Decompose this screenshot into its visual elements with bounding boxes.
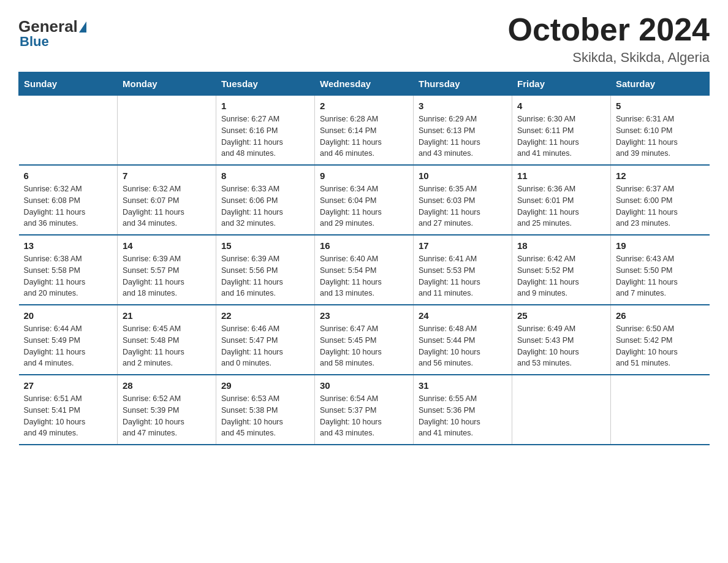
day-info: Sunrise: 6:51 AM Sunset: 5:41 PM Dayligh… xyxy=(24,393,113,439)
calendar-cell: 10Sunrise: 6:35 AM Sunset: 6:03 PM Dayli… xyxy=(414,165,512,235)
week-row-4: 20Sunrise: 6:44 AM Sunset: 5:49 PM Dayli… xyxy=(19,305,710,375)
day-number: 21 xyxy=(123,310,211,321)
day-info: Sunrise: 6:29 AM Sunset: 6:13 PM Dayligh… xyxy=(419,113,507,159)
day-info: Sunrise: 6:46 AM Sunset: 5:47 PM Dayligh… xyxy=(221,323,309,369)
day-info: Sunrise: 6:43 AM Sunset: 5:50 PM Dayligh… xyxy=(616,253,705,299)
day-info: Sunrise: 6:54 AM Sunset: 5:37 PM Dayligh… xyxy=(320,393,408,439)
day-number: 7 xyxy=(123,170,211,181)
week-row-3: 13Sunrise: 6:38 AM Sunset: 5:58 PM Dayli… xyxy=(19,235,710,305)
day-number: 31 xyxy=(419,380,507,391)
day-number: 18 xyxy=(517,240,605,251)
day-info: Sunrise: 6:32 AM Sunset: 6:08 PM Dayligh… xyxy=(24,183,113,229)
day-number: 16 xyxy=(320,240,408,251)
day-number: 23 xyxy=(320,310,408,321)
header-day-friday: Friday xyxy=(512,72,611,96)
day-info: Sunrise: 6:48 AM Sunset: 5:44 PM Dayligh… xyxy=(419,323,507,369)
day-number: 22 xyxy=(221,310,309,321)
day-info: Sunrise: 6:53 AM Sunset: 5:38 PM Dayligh… xyxy=(221,393,309,439)
day-number: 26 xyxy=(616,310,705,321)
calendar-cell: 4Sunrise: 6:30 AM Sunset: 6:11 PM Daylig… xyxy=(512,96,611,166)
calendar-cell: 25Sunrise: 6:49 AM Sunset: 5:43 PM Dayli… xyxy=(512,305,611,375)
calendar-cell: 31Sunrise: 6:55 AM Sunset: 5:36 PM Dayli… xyxy=(414,375,512,445)
day-number: 2 xyxy=(320,101,408,111)
calendar-cell: 11Sunrise: 6:36 AM Sunset: 6:01 PM Dayli… xyxy=(512,165,611,235)
day-info: Sunrise: 6:36 AM Sunset: 6:01 PM Dayligh… xyxy=(517,183,605,229)
day-number: 19 xyxy=(616,240,705,251)
day-info: Sunrise: 6:50 AM Sunset: 5:42 PM Dayligh… xyxy=(616,323,705,369)
day-number: 8 xyxy=(221,170,309,181)
calendar-cell: 18Sunrise: 6:42 AM Sunset: 5:52 PM Dayli… xyxy=(512,235,611,305)
header-day-sunday: Sunday xyxy=(19,72,118,96)
header-day-saturday: Saturday xyxy=(611,72,710,96)
day-number: 11 xyxy=(517,170,605,181)
week-row-1: 1Sunrise: 6:27 AM Sunset: 6:16 PM Daylig… xyxy=(19,96,710,166)
calendar-cell: 7Sunrise: 6:32 AM Sunset: 6:07 PM Daylig… xyxy=(118,165,216,235)
header-day-thursday: Thursday xyxy=(414,72,512,96)
header-day-tuesday: Tuesday xyxy=(216,72,315,96)
day-info: Sunrise: 6:31 AM Sunset: 6:10 PM Dayligh… xyxy=(616,113,705,159)
day-number: 25 xyxy=(517,310,605,321)
calendar-cell: 20Sunrise: 6:44 AM Sunset: 5:49 PM Dayli… xyxy=(19,305,118,375)
day-number: 3 xyxy=(419,101,507,111)
calendar-cell: 5Sunrise: 6:31 AM Sunset: 6:10 PM Daylig… xyxy=(611,96,710,166)
day-info: Sunrise: 6:44 AM Sunset: 5:49 PM Dayligh… xyxy=(24,323,113,369)
day-number: 30 xyxy=(320,380,408,391)
header-day-monday: Monday xyxy=(118,72,216,96)
calendar-cell: 22Sunrise: 6:46 AM Sunset: 5:47 PM Dayli… xyxy=(216,305,315,375)
week-row-5: 27Sunrise: 6:51 AM Sunset: 5:41 PM Dayli… xyxy=(19,375,710,445)
calendar-header-row: SundayMondayTuesdayWednesdayThursdayFrid… xyxy=(19,72,710,96)
calendar-cell: 19Sunrise: 6:43 AM Sunset: 5:50 PM Dayli… xyxy=(611,235,710,305)
day-number: 29 xyxy=(221,380,309,391)
day-number: 9 xyxy=(320,170,408,181)
day-info: Sunrise: 6:42 AM Sunset: 5:52 PM Dayligh… xyxy=(517,253,605,299)
page-header: General Blue October 2024 Skikda, Skikda… xyxy=(18,12,710,66)
calendar-cell: 15Sunrise: 6:39 AM Sunset: 5:56 PM Dayli… xyxy=(216,235,315,305)
day-info: Sunrise: 6:47 AM Sunset: 5:45 PM Dayligh… xyxy=(320,323,408,369)
calendar-cell xyxy=(19,96,118,166)
day-number: 4 xyxy=(517,101,605,111)
calendar-table: SundayMondayTuesdayWednesdayThursdayFrid… xyxy=(18,72,710,445)
calendar-cell: 24Sunrise: 6:48 AM Sunset: 5:44 PM Dayli… xyxy=(414,305,512,375)
day-info: Sunrise: 6:33 AM Sunset: 6:06 PM Dayligh… xyxy=(221,183,309,229)
calendar-cell: 28Sunrise: 6:52 AM Sunset: 5:39 PM Dayli… xyxy=(118,375,216,445)
location-subtitle: Skikda, Skikda, Algeria xyxy=(508,50,710,66)
calendar-cell xyxy=(512,375,611,445)
day-number: 28 xyxy=(123,380,211,391)
calendar-cell: 12Sunrise: 6:37 AM Sunset: 6:00 PM Dayli… xyxy=(611,165,710,235)
calendar-cell: 1Sunrise: 6:27 AM Sunset: 6:16 PM Daylig… xyxy=(216,96,315,166)
day-number: 5 xyxy=(616,101,705,111)
calendar-cell: 26Sunrise: 6:50 AM Sunset: 5:42 PM Dayli… xyxy=(611,305,710,375)
day-number: 20 xyxy=(24,310,113,321)
day-number: 15 xyxy=(221,240,309,251)
calendar-cell: 21Sunrise: 6:45 AM Sunset: 5:48 PM Dayli… xyxy=(118,305,216,375)
day-info: Sunrise: 6:40 AM Sunset: 5:54 PM Dayligh… xyxy=(320,253,408,299)
month-year-title: October 2024 xyxy=(508,12,710,47)
calendar-cell: 17Sunrise: 6:41 AM Sunset: 5:53 PM Dayli… xyxy=(414,235,512,305)
day-number: 27 xyxy=(24,380,113,391)
calendar-cell xyxy=(611,375,710,445)
day-number: 14 xyxy=(123,240,211,251)
header-day-wednesday: Wednesday xyxy=(315,72,414,96)
day-info: Sunrise: 6:27 AM Sunset: 6:16 PM Dayligh… xyxy=(221,113,309,159)
day-info: Sunrise: 6:30 AM Sunset: 6:11 PM Dayligh… xyxy=(517,113,605,159)
calendar-cell: 29Sunrise: 6:53 AM Sunset: 5:38 PM Dayli… xyxy=(216,375,315,445)
day-number: 13 xyxy=(24,240,113,251)
calendar-cell: 30Sunrise: 6:54 AM Sunset: 5:37 PM Dayli… xyxy=(315,375,414,445)
calendar-cell: 13Sunrise: 6:38 AM Sunset: 5:58 PM Dayli… xyxy=(19,235,118,305)
calendar-cell xyxy=(118,96,216,166)
calendar-cell: 9Sunrise: 6:34 AM Sunset: 6:04 PM Daylig… xyxy=(315,165,414,235)
logo-triangle-icon xyxy=(79,21,86,33)
day-info: Sunrise: 6:45 AM Sunset: 5:48 PM Dayligh… xyxy=(123,323,211,369)
day-info: Sunrise: 6:49 AM Sunset: 5:43 PM Dayligh… xyxy=(517,323,605,369)
day-info: Sunrise: 6:34 AM Sunset: 6:04 PM Dayligh… xyxy=(320,183,408,229)
title-block: October 2024 Skikda, Skikda, Algeria xyxy=(508,12,710,66)
calendar-cell: 2Sunrise: 6:28 AM Sunset: 6:14 PM Daylig… xyxy=(315,96,414,166)
day-number: 10 xyxy=(419,170,507,181)
calendar-cell: 14Sunrise: 6:39 AM Sunset: 5:57 PM Dayli… xyxy=(118,235,216,305)
calendar-cell: 23Sunrise: 6:47 AM Sunset: 5:45 PM Dayli… xyxy=(315,305,414,375)
day-info: Sunrise: 6:38 AM Sunset: 5:58 PM Dayligh… xyxy=(24,253,113,299)
day-info: Sunrise: 6:55 AM Sunset: 5:36 PM Dayligh… xyxy=(419,393,507,439)
day-info: Sunrise: 6:39 AM Sunset: 5:57 PM Dayligh… xyxy=(123,253,211,299)
day-number: 12 xyxy=(616,170,705,181)
day-info: Sunrise: 6:41 AM Sunset: 5:53 PM Dayligh… xyxy=(419,253,507,299)
